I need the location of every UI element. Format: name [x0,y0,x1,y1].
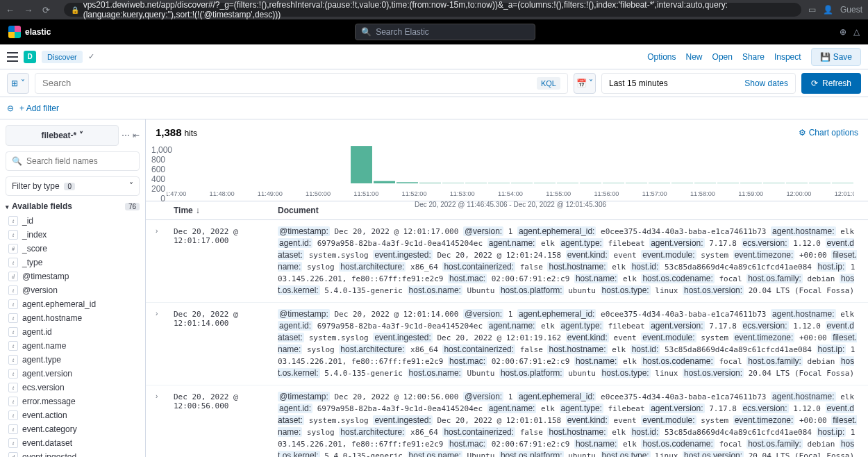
doc-field-key: host.architecture: [339,344,406,354]
field-item[interactable]: t@version [6,283,140,297]
field-item[interactable]: t_id [6,214,140,228]
refresh-button[interactable]: ⟳ Refresh [801,73,861,94]
field-name: _score [22,244,47,254]
field-item[interactable]: tevent.category [6,422,140,436]
lock-icon: 🔒 [71,6,79,14]
discover-content: 1,388 hits ⚙ Chart options 1,00080060040… [146,119,868,457]
help-icon[interactable]: ⊕ [840,27,846,37]
doc-field-key: event.timezone: [733,415,795,425]
field-item[interactable]: tagent.id [6,325,140,339]
table-row[interactable]: ›Dec 20, 2022 @ 12:00:56.000@timestamp: … [146,385,868,457]
doc-field-key: host.hostname: [547,427,607,437]
chart-options-link[interactable]: ⚙ Chart options [799,128,858,138]
field-search[interactable]: 🔍 [6,151,140,171]
field-item[interactable]: t_index [6,228,140,242]
row-timestamp: Dec 20, 2022 @ 12:01:14.000 [174,308,278,379]
filter-by-type-count: 0 [64,183,75,190]
field-type-icon: t [8,438,18,448]
doc-field-key: host.os.type: [601,285,651,295]
field-search-input[interactable] [26,156,133,166]
field-item[interactable]: #_score [6,242,140,256]
kql-badge[interactable]: KQL [537,77,560,90]
save-icon: 💾 [820,52,831,62]
field-item[interactable]: tagent.version [6,367,140,381]
query-input-field[interactable] [42,78,537,88]
field-item[interactable]: tagent.hostname [6,311,140,325]
reload-icon[interactable]: ⟳ [42,5,50,15]
expand-row-icon[interactable]: › [156,391,174,457]
elastic-logo[interactable]: elastic [8,26,51,38]
filter-by-type[interactable]: Filter by type 0 ˅ [6,176,140,196]
doc-field-key: @timestamp: [278,392,330,401]
doc-field-key: host.mac: [448,439,487,449]
svg-rect-6 [488,183,510,183]
toolbar-inspect[interactable]: Inspect [774,52,801,62]
available-fields-header[interactable]: ▾Available fields 76 [6,201,140,211]
doc-field-key: host.id: [631,262,660,272]
field-item[interactable]: tagent.type [6,353,140,367]
toolbar-share[interactable]: Share [742,52,765,62]
toolbar-new[interactable]: New [686,52,703,62]
table-row[interactable]: ›Dec 20, 2022 @ 12:01:17.000@timestamp: … [146,220,868,303]
search-icon: 🔍 [12,156,22,166]
field-type-icon: d [8,452,18,457]
date-quick-button[interactable]: 📅 ˅ [574,73,596,94]
field-list[interactable]: t_idt_index#_scoret_typed@timestampt@ver… [0,214,145,457]
field-item[interactable]: d@timestamp [6,269,140,283]
filter-menu-icon[interactable]: ⊖ [7,103,14,113]
doc-field-key: @timestamp: [278,309,330,319]
show-dates-link[interactable]: Show dates [744,78,788,88]
global-search[interactable]: 🔍 Search Elastic [355,24,535,40]
field-item[interactable]: tevent.dataset [6,436,140,450]
doc-field-key: host.os.version: [683,368,744,378]
field-sort-icon[interactable]: ⋯ [122,131,130,140]
profile-label: Guest [840,5,862,15]
expand-row-icon[interactable]: › [156,308,174,379]
space-badge[interactable]: D [24,51,36,63]
breadcrumb-discover[interactable]: Discover [42,51,83,63]
doc-field-key: host.name: [574,356,618,366]
toolbar-open[interactable]: Open [712,52,733,62]
back-icon[interactable]: ← [6,5,15,15]
newsfeed-icon[interactable]: △ [853,27,860,37]
profile-icon[interactable]: 👤 [823,5,833,15]
field-type-icon: t [8,230,18,240]
doc-field-key: ecs.version: [742,404,789,413]
table-row[interactable]: ›Dec 20, 2022 @ 12:01:14.000@timestamp: … [146,303,868,385]
field-item[interactable]: t_type [6,256,140,269]
save-button[interactable]: 💾 Save [811,48,861,66]
field-item[interactable]: tevent.action [6,408,140,422]
url-bar[interactable]: 🔒 vps201.dewiweb.net/app/discover#/?_g=(… [64,3,801,17]
index-pattern-selector[interactable]: filebeat-* ˅ [6,125,119,146]
histogram-chart[interactable]: 1,0008006004002000 11:47:0011:48:0011:49… [146,145,868,201]
doc-field-key: agent.ephemeral_id: [517,226,596,236]
extension-icon[interactable]: ▭ [808,5,816,15]
app-toolbar: D Discover ✓ Options New Open Share Insp… [0,44,868,69]
doc-field-key: agent.type: [560,404,603,413]
svg-text:12:00:00: 12:00:00 [786,190,811,197]
browser-chrome: ← → ⟳ 🔒 vps201.dewiweb.net/app/discover#… [0,0,868,19]
field-type-icon: t [8,341,18,351]
field-item[interactable]: tecs.version [6,381,140,394]
doc-field-key: host.os.platform: [499,285,564,295]
field-item[interactable]: tagent.ephemeral_id [6,297,140,311]
field-item[interactable]: terror.message [6,394,140,408]
toolbar-options[interactable]: Options [647,52,676,62]
nav-toggle-icon[interactable] [7,52,18,62]
filter-options-button[interactable]: ⊞ ˅ [7,73,29,94]
date-range-selector[interactable]: Last 15 minutes Show dates [601,73,796,94]
add-filter-link[interactable]: + Add filter [19,103,59,113]
field-name: event.dataset [22,438,72,448]
field-sidebar-collapse-icon[interactable]: ⇤ [133,131,140,140]
query-bar: ⊞ ˅ KQL 📅 ˅ Last 15 minutes Show dates ⟳… [0,69,868,97]
document-rows[interactable]: ›Dec 20, 2022 @ 12:01:17.000@timestamp: … [146,220,868,457]
doc-field-key: host.os.family: [746,356,803,366]
field-item[interactable]: devent.ingested [6,450,140,457]
field-item[interactable]: tagent.name [6,339,140,353]
forward-icon[interactable]: → [24,5,33,15]
query-input[interactable]: KQL [35,73,568,94]
expand-row-icon[interactable]: › [156,226,174,297]
doc-field-key: agent.version: [649,404,704,413]
url-text: vps201.dewiweb.net/app/discover#/?_g=(fi… [83,0,794,19]
doc-field-key: event.ingested: [373,415,432,425]
